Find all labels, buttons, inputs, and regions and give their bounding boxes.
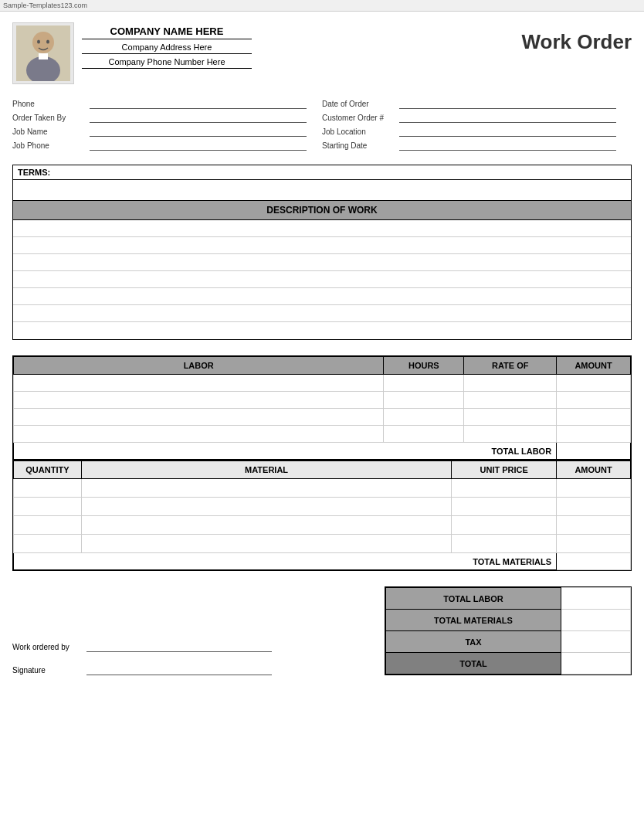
order-taken-input[interactable] bbox=[90, 112, 307, 123]
starting-date-input[interactable] bbox=[399, 140, 616, 151]
labor-col-hours: HOURS bbox=[384, 357, 464, 375]
sum-total-materials-value[interactable] bbox=[561, 610, 631, 631]
mat-r1-unit-price[interactable] bbox=[452, 479, 557, 498]
job-phone-label: Job Phone bbox=[12, 141, 90, 150]
sum-total-labor-label: TOTAL LABOR bbox=[386, 588, 561, 610]
mat-r3-material[interactable] bbox=[81, 516, 451, 535]
mat-r1-amount[interactable] bbox=[557, 479, 631, 498]
mat-row-1 bbox=[14, 479, 631, 498]
mat-r2-qty[interactable] bbox=[14, 498, 82, 516]
mat-r3-unit-price[interactable] bbox=[452, 516, 557, 535]
mat-r1-qty[interactable] bbox=[14, 479, 82, 498]
form-row-1: Phone Order Taken By Job Name Job Phone bbox=[12, 98, 632, 154]
summary-section: Work ordered by Signature TOTAL LABOR TO… bbox=[12, 586, 632, 675]
sum-row-tax: TAX bbox=[386, 631, 631, 653]
labor-section: LABOR HOURS RATE OF AMOUNT bbox=[12, 355, 632, 460]
labor-total-label: TOTAL LABOR bbox=[14, 443, 557, 460]
labor-r2-hours[interactable] bbox=[384, 392, 464, 409]
labor-col-labor: LABOR bbox=[14, 357, 384, 375]
order-taken-label: Order Taken By bbox=[12, 114, 90, 122]
labor-r1-desc[interactable] bbox=[14, 375, 384, 392]
phone-label: Phone bbox=[12, 100, 90, 108]
labor-r2-desc[interactable] bbox=[14, 392, 384, 409]
materials-total-row: TOTAL MATERIALS bbox=[14, 553, 631, 570]
company-logo bbox=[12, 22, 74, 84]
summary-table: TOTAL LABOR TOTAL MATERIALS TAX TOTAL bbox=[385, 587, 631, 675]
svg-rect-3 bbox=[39, 53, 48, 59]
mat-r4-qty[interactable] bbox=[14, 535, 82, 553]
phone-input[interactable] bbox=[90, 98, 307, 109]
mat-row-2 bbox=[14, 498, 631, 516]
mat-r2-unit-price[interactable] bbox=[452, 498, 557, 516]
labor-r3-rate[interactable] bbox=[464, 409, 557, 426]
description-rows bbox=[13, 220, 631, 339]
date-order-input[interactable] bbox=[399, 98, 616, 109]
job-name-input[interactable] bbox=[90, 126, 307, 137]
description-header: DESCRIPTION OF WORK bbox=[13, 201, 631, 220]
work-ordered-label: Work ordered by bbox=[12, 643, 82, 651]
mat-r3-qty[interactable] bbox=[14, 516, 82, 535]
desc-row-3[interactable] bbox=[13, 254, 631, 271]
mat-r4-unit-price[interactable] bbox=[452, 535, 557, 553]
sum-total-materials-label: TOTAL MATERIALS bbox=[386, 610, 561, 631]
job-phone-input[interactable] bbox=[90, 140, 307, 151]
materials-total-value[interactable] bbox=[557, 553, 631, 570]
labor-r1-hours[interactable] bbox=[384, 375, 464, 392]
sum-total-value[interactable] bbox=[561, 653, 631, 675]
signature-row: Signature bbox=[12, 664, 272, 675]
labor-r4-desc[interactable] bbox=[14, 426, 384, 443]
form-col-left: Phone Order Taken By Job Name Job Phone bbox=[12, 98, 322, 154]
sum-total-labor-value[interactable] bbox=[561, 588, 631, 610]
labor-r3-amount[interactable] bbox=[557, 409, 631, 426]
labor-r4-rate[interactable] bbox=[464, 426, 557, 443]
mat-r3-amount[interactable] bbox=[557, 516, 631, 535]
bottom-left: Work ordered by Signature bbox=[12, 634, 272, 675]
materials-col-qty: QUANTITY bbox=[14, 461, 82, 479]
work-ordered-row: Work ordered by bbox=[12, 641, 272, 652]
job-location-label: Job Location bbox=[322, 127, 399, 136]
watermark: Sample-Templates123.com bbox=[0, 0, 644, 12]
materials-col-material: MATERIAL bbox=[81, 461, 451, 479]
labor-r2-amount[interactable] bbox=[557, 392, 631, 409]
signature-input[interactable] bbox=[86, 664, 272, 675]
desc-row-2[interactable] bbox=[13, 237, 631, 254]
signature-label: Signature bbox=[12, 666, 82, 675]
labor-row-1 bbox=[14, 375, 631, 392]
materials-section: QUANTITY MATERIAL UNIT PRICE AMOUNT bbox=[12, 460, 632, 571]
materials-col-amount: AMOUNT bbox=[557, 461, 631, 479]
company-text: COMPANY NAME HERE Company Address Here C… bbox=[82, 22, 252, 69]
mat-r2-material[interactable] bbox=[81, 498, 451, 516]
labor-r3-hours[interactable] bbox=[384, 409, 464, 426]
job-location-input[interactable] bbox=[399, 126, 616, 137]
labor-r2-rate[interactable] bbox=[464, 392, 557, 409]
materials-total-label: TOTAL MATERIALS bbox=[14, 553, 557, 570]
labor-total-value[interactable] bbox=[557, 443, 631, 460]
labor-r1-rate[interactable] bbox=[464, 375, 557, 392]
mat-r1-material[interactable] bbox=[81, 479, 451, 498]
mat-row-3 bbox=[14, 516, 631, 535]
svg-point-5 bbox=[46, 40, 49, 44]
desc-row-5[interactable] bbox=[13, 288, 631, 305]
desc-row-4[interactable] bbox=[13, 271, 631, 288]
work-ordered-input[interactable] bbox=[86, 641, 272, 652]
mat-r4-material[interactable] bbox=[81, 535, 451, 553]
labor-r4-amount[interactable] bbox=[557, 426, 631, 443]
mat-r4-amount[interactable] bbox=[557, 535, 631, 553]
labor-r4-hours[interactable] bbox=[384, 426, 464, 443]
desc-row-1[interactable] bbox=[13, 220, 631, 237]
materials-table: QUANTITY MATERIAL UNIT PRICE AMOUNT bbox=[13, 460, 631, 570]
sum-tax-value[interactable] bbox=[561, 631, 631, 653]
labor-total-row: TOTAL LABOR bbox=[14, 443, 631, 460]
starting-date-label: Starting Date bbox=[322, 141, 399, 150]
labor-r1-amount[interactable] bbox=[557, 375, 631, 392]
labor-row-4 bbox=[14, 426, 631, 443]
mat-r2-amount[interactable] bbox=[557, 498, 631, 516]
customer-order-input[interactable] bbox=[399, 112, 616, 123]
desc-row-7[interactable] bbox=[13, 322, 631, 339]
desc-row-6[interactable] bbox=[13, 305, 631, 322]
job-name-label: Job Name bbox=[12, 127, 90, 136]
company-info-block: COMPANY NAME HERE Company Address Here C… bbox=[12, 22, 252, 84]
labor-r3-desc[interactable] bbox=[14, 409, 384, 426]
terms-body[interactable] bbox=[13, 180, 631, 200]
sum-row-total-materials: TOTAL MATERIALS bbox=[386, 610, 631, 631]
